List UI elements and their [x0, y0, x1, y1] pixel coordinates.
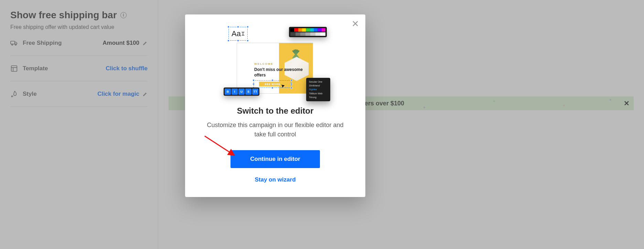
il-font-popup: Secular OneShrikhandSignikaTitillium Web… — [306, 78, 330, 101]
il-color-palette — [289, 27, 327, 37]
il-welcome: WELCOME — [254, 62, 273, 65]
modal-description: Customize this campaign in our flexible … — [201, 121, 349, 139]
editor-illustration: WELCOME Don't miss our awesome offers SE… — [224, 27, 327, 99]
modal-title: Switch to the editor — [237, 106, 314, 116]
stay-on-wizard-button[interactable]: Stay on wizard — [255, 176, 296, 183]
il-headline: Don't miss our awesome offers — [254, 67, 313, 78]
close-icon[interactable]: ✕ — [352, 19, 359, 28]
switch-editor-modal: ✕ WELCOME Don't miss our awesome offers … — [185, 14, 365, 197]
il-format-bar: BIUSTT — [224, 87, 259, 96]
il-cta-box: SEE MORE — [254, 80, 291, 88]
continue-in-editor-button[interactable]: Continue in editor — [230, 150, 320, 168]
il-text-box: AaᏆ — [228, 27, 248, 41]
